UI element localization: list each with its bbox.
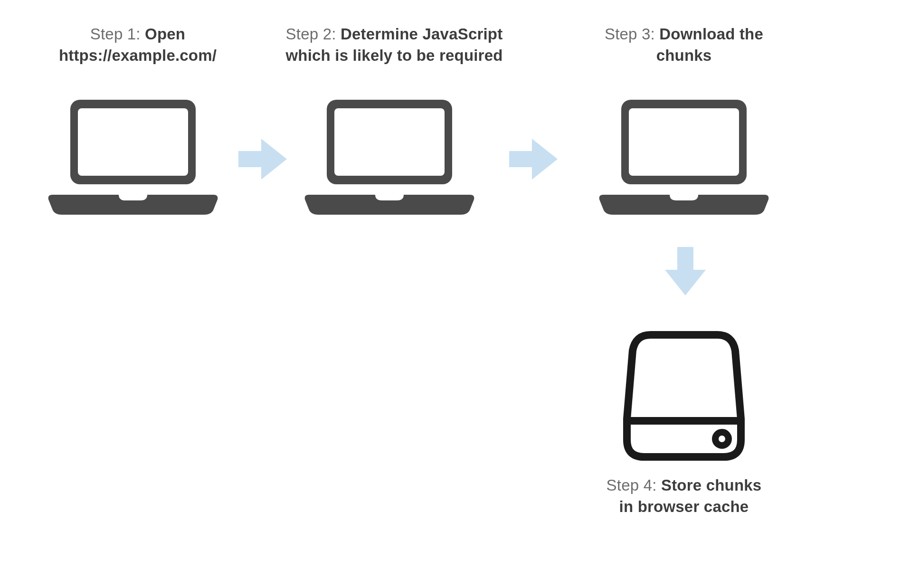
svg-point-6 (715, 432, 729, 446)
laptop-icon (304, 95, 475, 218)
diagram-stage: Step 1: Open https://example.com/ Step 2… (0, 0, 910, 588)
step-2-bold-2: which is likely to be required (285, 47, 502, 64)
step-1-caption: Step 1: Open https://example.com/ (38, 24, 237, 66)
arrow-right-icon (504, 133, 561, 185)
step-2-text: Step 2: Determine JavaScript which is li… (275, 24, 513, 66)
step-1-bold-1: Open (145, 25, 185, 43)
step-3-caption: Step 3: Download the chunks (579, 24, 788, 66)
svg-rect-3 (334, 108, 445, 176)
arrow-right-icon (234, 133, 291, 185)
step-1-bold-2: https://example.com/ (59, 47, 217, 64)
laptop-icon (47, 95, 218, 218)
step-3-bold-1: Download the (659, 25, 763, 43)
step-2-bold-1: Determine JavaScript (341, 25, 503, 43)
step-4-label: Step 4: (607, 476, 661, 494)
svg-rect-1 (78, 108, 188, 176)
step-2-caption: Step 2: Determine JavaScript which is li… (275, 24, 513, 66)
step-2-label: Step 2: (286, 25, 341, 43)
step-1-label: Step 1: (90, 25, 145, 43)
laptop-icon (598, 95, 769, 218)
step-1-text: Step 1: Open https://example.com/ (38, 24, 237, 66)
step-4-bold-2: in browser cache (619, 498, 749, 515)
step-3-bold-2: chunks (656, 47, 712, 64)
arrow-down-icon (659, 242, 711, 299)
step-3-label: Step 3: (605, 25, 659, 43)
hard-drive-icon (622, 328, 746, 465)
step-3-text: Step 3: Download the chunks (579, 24, 788, 66)
svg-rect-5 (629, 108, 739, 176)
step-4-bold-1: Store chunks (661, 476, 761, 494)
step-4-caption: Step 4: Store chunks in browser cache (560, 475, 807, 517)
